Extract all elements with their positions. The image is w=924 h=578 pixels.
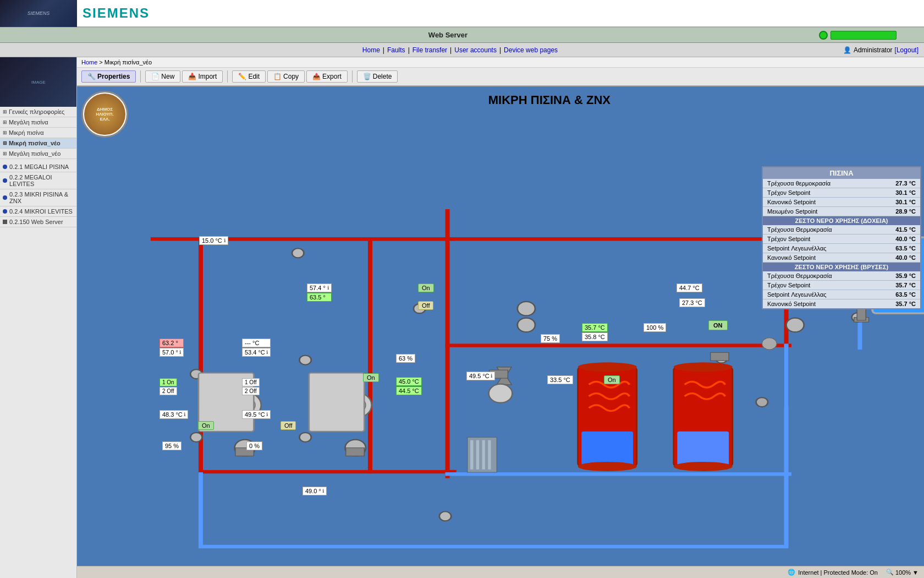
logout-link[interactable]: [Logout] (895, 46, 919, 54)
new-icon: 📄 (151, 73, 160, 80)
svg-rect-4 (368, 315, 372, 473)
breadcrumb-current: Μικρή πισίνα_νέο (105, 59, 152, 66)
svg-rect-55 (470, 440, 473, 470)
import-icon: 📥 (188, 73, 196, 80)
zesto-vryses-header: ΖΕΣΤΟ ΝΕΡΟ ΧΡΗΣΗΣ (ΒΡΥΣΕΣ) (763, 263, 920, 271)
temp-63-2: 63.2 ° 57.0 ° ℹ (160, 339, 184, 357)
nav-useraccounts[interactable]: User accounts (454, 46, 497, 54)
pct-63: 63 % (396, 354, 415, 363)
svg-point-29 (787, 318, 804, 332)
status-bar: 🌐 Internet | Protected Mode: On 🔍 100% ▼ (77, 566, 924, 578)
btn-off-pump2[interactable]: Off (280, 421, 296, 430)
nav-links: Home | Faults | File transfer | User acc… (362, 46, 558, 54)
doxeia-row-3: Setpoint Λεγεωνέλλας63.5 °C (763, 244, 920, 253)
new-button[interactable]: 📄 New (145, 70, 180, 83)
svg-point-46 (578, 362, 637, 372)
temp-44-5: 44.5 °C (396, 386, 422, 395)
nav-filetransfer[interactable]: File transfer (413, 46, 447, 54)
svg-rect-14 (199, 545, 788, 548)
sidebar-item-mikri[interactable]: ⊞ Μικρή πισίνα (0, 128, 76, 138)
pisina-header: ΠΙΣΙΝΑ (763, 167, 920, 179)
temp-48-3: 48.3 °C ℹ (160, 410, 188, 419)
pisina-row-4: Μειωμένο Setpoint28.9 °C (763, 207, 920, 216)
edit-icon: ✏️ (238, 73, 246, 80)
siemens-logo: SIEMENS (82, 6, 150, 21)
temp-top: 15.0 °C ℹ (199, 236, 228, 245)
sidebar-item-megali[interactable]: ⊞ Μεγάλη πισίνα (0, 117, 76, 128)
sidebar-item-mikroi-levites[interactable]: 0.2.4 MIKROI LEVITES (0, 206, 76, 217)
nav-home[interactable]: Home (362, 46, 380, 54)
properties-icon: 🔧 (87, 73, 96, 80)
svg-point-36 (190, 433, 202, 442)
delete-icon: 🗑️ (363, 73, 371, 80)
temp-49-0: 49.0 ° ℹ (302, 487, 327, 495)
zoom-icon: 🔍 (886, 569, 894, 576)
svg-point-35 (299, 433, 311, 442)
sidebar-item-megali-pisina[interactable]: 0.2.1 MEGALI PISINA (0, 162, 76, 172)
breadcrumb-home[interactable]: Home (81, 59, 97, 66)
delete-button[interactable]: 🗑️ Delete (357, 70, 398, 83)
pump2-label-2off: 2 Off (242, 387, 260, 395)
temp-49-5-left: 49.5 °C ℹ (242, 410, 271, 419)
pct-75: 75 % (541, 334, 560, 343)
temp-63-5: 63.5 ° (307, 293, 332, 302)
svg-point-43 (439, 511, 451, 521)
export-icon: 📤 (312, 73, 321, 80)
import-button[interactable]: 📥 Import (182, 70, 223, 83)
vryses-row-2: Τρέχον Setpoint35.7 °C (763, 281, 920, 290)
vryses-row-4: Κανονικό Setpoint35.7 °C (763, 299, 920, 308)
svg-point-31 (292, 248, 304, 258)
sidebar-item-general[interactable]: ⊞ Γενικές πληροφορίες (0, 107, 76, 117)
btn-on-top[interactable]: On (418, 283, 434, 292)
btn-on-right[interactable]: On (604, 375, 620, 384)
temp-35-7: 35.7 °C (582, 323, 608, 332)
pump1-label-on: 1 On (160, 378, 177, 386)
properties-button[interactable]: 🔧 Properties (81, 70, 136, 83)
status-indicator (819, 31, 828, 40)
sidebar-item-megaloi-levites[interactable]: 0.2.2 MEGALOI LEVITES (0, 172, 76, 189)
svg-point-27 (518, 302, 535, 315)
edit-button[interactable]: ✏️ Edit (232, 70, 266, 83)
svg-rect-11 (446, 472, 791, 476)
temp-45: 45.0 °C (396, 377, 422, 386)
svg-rect-53 (309, 373, 364, 431)
copy-icon: 📋 (273, 73, 282, 80)
temp-27-3: 27.3 °C (679, 298, 705, 307)
svg-rect-45 (581, 432, 633, 466)
btn-on-pump1[interactable]: On (198, 421, 214, 430)
pump1-label-off: 2 Off (160, 387, 177, 395)
svg-point-24 (489, 384, 513, 403)
pump2-label-1off: 1 Off (242, 378, 260, 386)
sidebar-item-mikri-pisina-znx[interactable]: 0.2.3 MIKRI PISINA & ZNX (0, 189, 76, 206)
nav-faults[interactable]: Faults (387, 46, 405, 54)
btn-on-pool[interactable]: ON (708, 320, 728, 330)
globe-icon: 🌐 (788, 569, 795, 576)
svg-point-33 (299, 356, 311, 365)
temp-49-5-mid: 49.5 °C ℹ (466, 372, 495, 380)
sidebar: IMAGE ⊞ Γενικές πληροφορίες ⊞ Μεγάλη πισ… (0, 57, 77, 578)
sidebar-item-mikri-neo[interactable]: ⊞ Μικρή πισίνα_νέο (0, 138, 76, 149)
temp-dash-53-4: --- °C 53.4 °C ℹ (242, 339, 271, 357)
zoom-expand-icon: ▼ (912, 569, 919, 576)
diagram-title: ΜΙΚΡΗ ΠΙΣΙΝΑ & ΖΝΧ (488, 93, 610, 107)
export-button[interactable]: 📤 Export (306, 70, 348, 83)
diagram-logo: ΔΗΜΟΣΗΛΙΟΥΠ.ΕΛΛ. (81, 91, 128, 138)
doxeia-row-1: Τρέχουσα Θερμοκρασία41.5 °C (763, 225, 920, 235)
nav-devicewebpages[interactable]: Device web pages (504, 46, 558, 54)
btn-on-mid[interactable]: On (363, 373, 379, 382)
web-server-label: Web Server (428, 31, 468, 39)
copy-button[interactable]: 📋 Copy (267, 70, 305, 83)
svg-rect-62 (857, 309, 866, 320)
sidebar-item-webserver[interactable]: 0.2.150 Web Server (0, 217, 76, 227)
zesto-doxeia-header: ΖΕΣΤΟ ΝΕΡΟ ΧΡΗΣΗΣ (ΔΟΧΕΙΑ) (763, 216, 920, 225)
svg-point-40 (756, 397, 768, 407)
svg-rect-2 (199, 470, 457, 473)
svg-rect-56 (476, 440, 479, 470)
info-panel: ΠΙΣΙΝΑ Τρέχουσα θερμοκρασία27.3 °C Τρέχο… (762, 166, 921, 309)
pct-95: 95 % (162, 441, 182, 450)
pct-100: 100 % (644, 323, 666, 332)
user-info: 👤 Administrator [Logout] (843, 46, 919, 54)
svg-rect-6 (151, 237, 447, 241)
btn-off-top[interactable]: Off (418, 301, 433, 310)
sidebar-item-megali-neo[interactable]: ⊞ Μεγάλη πισίνα_νέο (0, 149, 76, 159)
